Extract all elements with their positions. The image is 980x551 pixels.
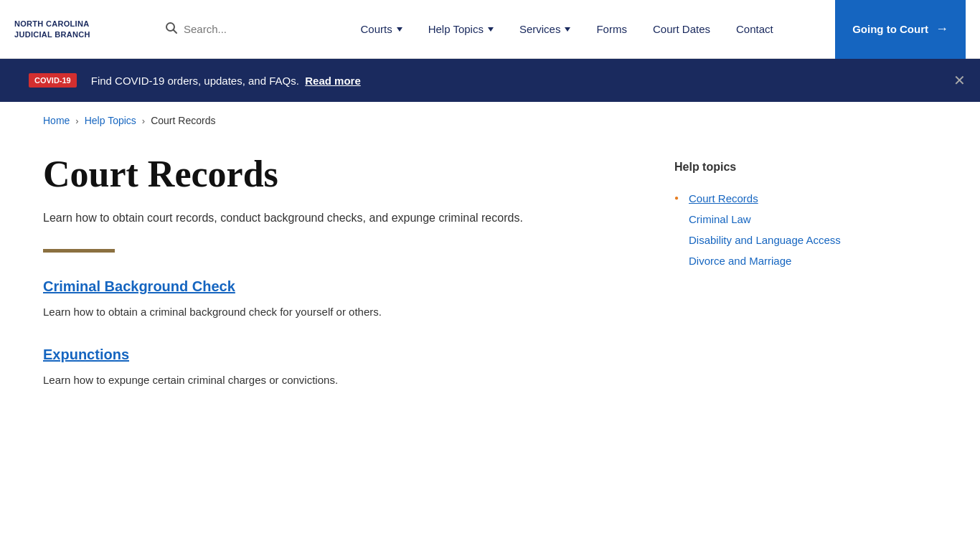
going-to-court-button[interactable]: Going to Court → xyxy=(835,0,966,59)
logo: NORTH CAROLINA JUDICIAL BRANCH xyxy=(14,19,90,39)
expunctions-link[interactable]: Expunctions xyxy=(43,347,631,363)
sidebar-list-item: Criminal Law xyxy=(674,209,861,230)
sidebar-list-item: Court Records xyxy=(674,188,861,209)
nav-services[interactable]: Services xyxy=(507,0,584,59)
search-icon[interactable] xyxy=(165,22,178,37)
svg-line-1 xyxy=(174,29,177,33)
content-left: Court Records Learn how to obtain court … xyxy=(43,154,631,415)
criminal-background-check-link[interactable]: Criminal Background Check xyxy=(43,278,631,295)
expunctions-desc: Learn how to expunge certain criminal ch… xyxy=(43,372,631,389)
sidebar-link-court-records[interactable]: Court Records xyxy=(689,192,758,204)
covid-badge: COVID-19 xyxy=(29,73,77,88)
covid-message: Find COVID-19 orders, updates, and FAQs.… xyxy=(91,75,951,87)
content-item-expunctions: Expunctions Learn how to expunge certain… xyxy=(43,347,631,389)
logo-line2: JUDICIAL BRANCH xyxy=(14,29,90,39)
breadcrumb-help-topics[interactable]: Help Topics xyxy=(85,115,136,126)
page-title: Court Records xyxy=(43,154,631,194)
sidebar-list-item: Disability and Language Access xyxy=(674,230,861,250)
breadcrumb-current: Court Records xyxy=(151,115,215,126)
covid-banner: COVID-19 Find COVID-19 orders, updates, … xyxy=(0,59,980,102)
nav-forms[interactable]: Forms xyxy=(583,0,640,59)
header: NORTH CAROLINA JUDICIAL BRANCH Courts He… xyxy=(0,0,980,59)
breadcrumb: Home › Help Topics › Court Records xyxy=(0,102,980,139)
nav-contact[interactable]: Contact xyxy=(723,0,786,59)
main-content: Court Records Learn how to obtain court … xyxy=(0,139,980,443)
sidebar-list: Court RecordsCriminal LawDisability and … xyxy=(674,188,861,271)
arrow-right-icon: → xyxy=(936,22,948,37)
sidebar-heading: Help topics xyxy=(674,161,861,174)
nav-court-dates[interactable]: Court Dates xyxy=(640,0,723,59)
chevron-down-icon xyxy=(565,27,570,32)
breadcrumb-home[interactable]: Home xyxy=(43,115,70,126)
logo-area: NORTH CAROLINA JUDICIAL BRANCH xyxy=(14,19,165,39)
sidebar: Help topics Court RecordsCriminal LawDis… xyxy=(674,154,861,415)
logo-line1: NORTH CAROLINA xyxy=(14,19,90,29)
page-description: Learn how to obtain court records, condu… xyxy=(43,209,531,227)
close-banner-button[interactable]: ✕ xyxy=(953,73,966,88)
nav-help-topics[interactable]: Help Topics xyxy=(415,0,507,59)
sidebar-list-item: Divorce and Marriage xyxy=(674,250,861,271)
sidebar-link-divorce-and-marriage[interactable]: Divorce and Marriage xyxy=(689,255,791,267)
breadcrumb-separator: › xyxy=(75,116,78,126)
chevron-down-icon xyxy=(488,27,494,32)
nav-courts[interactable]: Courts xyxy=(347,0,415,59)
breadcrumb-separator: › xyxy=(142,116,145,126)
criminal-background-check-desc: Learn how to obtain a criminal backgroun… xyxy=(43,303,631,321)
sidebar-link-disability-and-language-access[interactable]: Disability and Language Access xyxy=(689,234,841,246)
covid-read-more-link[interactable]: Read more xyxy=(305,75,361,87)
chevron-down-icon xyxy=(397,27,402,32)
search-input[interactable] xyxy=(184,23,284,35)
search-area xyxy=(165,22,284,37)
content-item-criminal-background-check: Criminal Background Check Learn how to o… xyxy=(43,278,631,321)
section-divider xyxy=(43,249,115,253)
main-nav: Courts Help Topics Services Forms Court … xyxy=(298,0,835,59)
sidebar-link-criminal-law[interactable]: Criminal Law xyxy=(689,213,751,225)
